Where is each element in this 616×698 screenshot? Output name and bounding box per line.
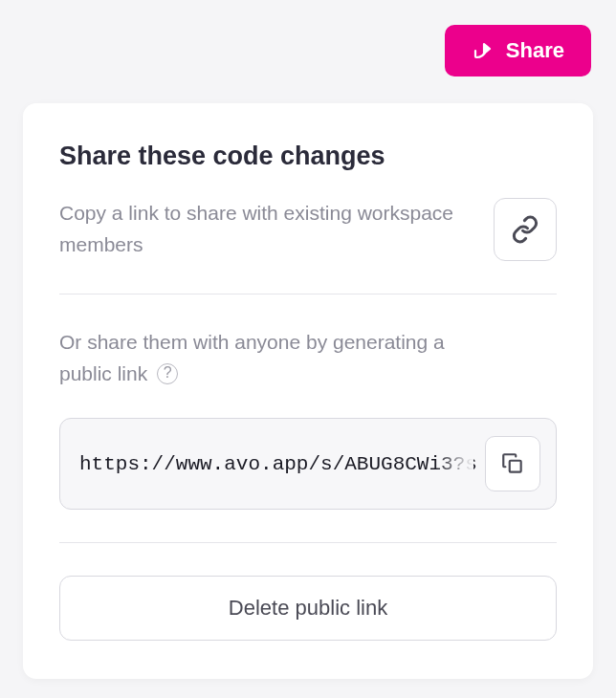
- public-link-box: https://www.avo.app/s/ABUG8CWi3?s: [59, 418, 557, 510]
- copy-link-description: Copy a link to share with existing works…: [59, 198, 474, 260]
- share-panel: Share these code changes Copy a link to …: [23, 103, 593, 679]
- delete-public-link-button[interactable]: Delete public link: [59, 576, 557, 641]
- public-link-description: Or share them with anyone by generating …: [59, 327, 557, 389]
- public-link-section: Or share them with anyone by generating …: [59, 327, 557, 510]
- svg-rect-0: [510, 461, 521, 472]
- divider: [59, 542, 557, 543]
- copy-link-button[interactable]: [494, 198, 557, 261]
- share-button-label: Share: [506, 38, 564, 63]
- help-icon[interactable]: ?: [157, 363, 178, 384]
- copy-public-link-button[interactable]: [485, 436, 540, 491]
- public-link-url[interactable]: https://www.avo.app/s/ABUG8CWi3?s: [79, 453, 473, 475]
- share-button[interactable]: Share: [445, 25, 591, 76]
- copy-link-row: Copy a link to share with existing works…: [59, 198, 557, 261]
- panel-title: Share these code changes: [59, 142, 557, 171]
- link-icon: [511, 215, 539, 244]
- share-arrow-icon: [472, 39, 495, 62]
- copy-icon: [500, 451, 525, 476]
- divider: [59, 294, 557, 294]
